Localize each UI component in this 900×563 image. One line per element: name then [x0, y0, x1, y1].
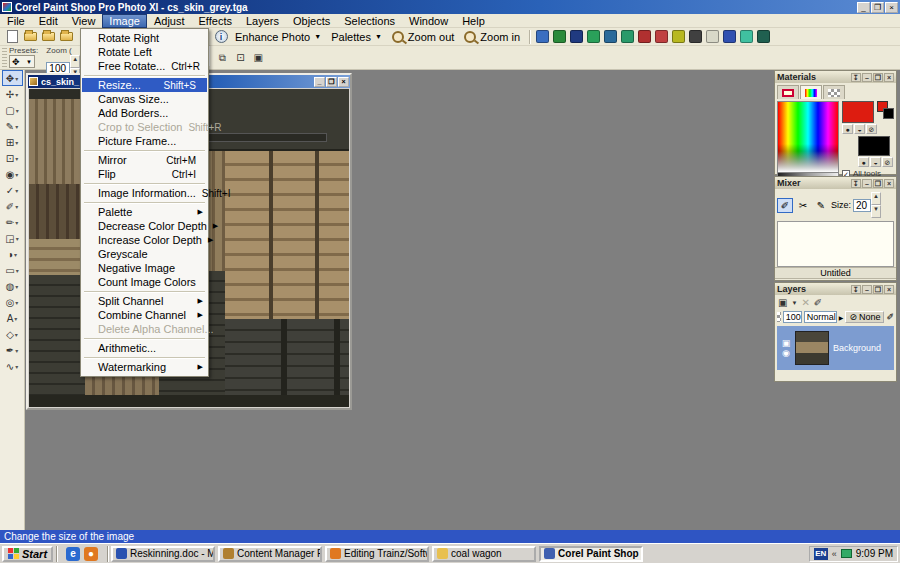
- maximize-icon[interactable]: ❐: [873, 285, 883, 294]
- background-material-swatch[interactable]: [858, 136, 890, 156]
- effect-icon[interactable]: [655, 30, 668, 43]
- zoom-up-arrow[interactable]: ▲: [70, 55, 80, 68]
- edit-selection-button[interactable]: ✐: [814, 297, 822, 308]
- pin-icon[interactable]: ↧: [851, 285, 861, 294]
- image-information-icon[interactable]: i: [213, 29, 229, 44]
- menu-item[interactable]: Combine Channel ▶: [82, 308, 207, 322]
- tool-button[interactable]: ✒ ▾: [2, 342, 23, 358]
- menu-item[interactable]: Delete Alpha Channel...: [82, 322, 207, 336]
- menu-item[interactable]: Arithmetic...: [82, 341, 207, 355]
- mixer-brush-tool[interactable]: ✎: [813, 198, 829, 213]
- effect-icon[interactable]: [553, 30, 566, 43]
- pin-icon[interactable]: ↧: [851, 179, 861, 188]
- palettes-button[interactable]: Palettes ▼: [326, 30, 387, 44]
- menu-item[interactable]: Canvas Size...: [82, 92, 207, 106]
- canvas-option-icon[interactable]: ⊡: [232, 50, 248, 65]
- menubar-item[interactable]: Image: [102, 14, 147, 28]
- close-icon[interactable]: ×: [884, 73, 894, 82]
- tool-button[interactable]: A ▾: [2, 310, 23, 326]
- mixer-canvas[interactable]: [777, 221, 894, 267]
- tool-button[interactable]: ◍ ▾: [2, 278, 23, 294]
- restore-button[interactable]: ❐: [871, 2, 884, 13]
- menu-item[interactable]: Count Image Colors: [82, 275, 207, 289]
- menubar-item[interactable]: View: [65, 14, 103, 28]
- tab-frame[interactable]: [777, 85, 799, 99]
- tool-button[interactable]: ◇ ▾: [2, 326, 23, 342]
- menubar-item[interactable]: Objects: [286, 14, 337, 28]
- effect-icon[interactable]: [740, 30, 753, 43]
- materials-panel-titlebar[interactable]: Materials ↧ – ❐ ×: [775, 71, 896, 83]
- menu-item[interactable]: Negative Image: [82, 261, 207, 275]
- fg-transparent-button[interactable]: ⊘: [866, 124, 877, 134]
- quick-launch-icon[interactable]: ●: [84, 547, 98, 561]
- network-tray-icon[interactable]: [841, 549, 852, 558]
- tool-button[interactable]: ◉ ▾: [2, 166, 23, 182]
- size-down-arrow[interactable]: ▼: [871, 205, 881, 218]
- mixer-tube-tool[interactable]: ✐: [777, 198, 793, 213]
- screen-option-icon[interactable]: ▣: [250, 50, 266, 65]
- mixer-knife-tool[interactable]: ✂: [795, 198, 811, 213]
- tool-button[interactable]: ✏ ▾: [2, 214, 23, 230]
- zoom-in-button[interactable]: Zoom in: [459, 30, 525, 44]
- menubar-item[interactable]: Adjust: [147, 14, 192, 28]
- dropdown-arrow-icon[interactable]: ▼: [791, 300, 797, 306]
- tool-button[interactable]: ◎ ▾: [2, 294, 23, 310]
- image-minimize-button[interactable]: _: [314, 77, 325, 87]
- quick-launch-icon[interactable]: e: [66, 547, 80, 561]
- bg-gradient-style-button[interactable]: ◒: [870, 157, 881, 167]
- menu-item[interactable]: Split Channel ▶: [82, 294, 207, 308]
- effect-icon[interactable]: [672, 30, 685, 43]
- task-button[interactable]: Corel Paint Shop Pro ...: [539, 546, 643, 562]
- mixer-size-input[interactable]: 20: [853, 199, 871, 212]
- menubar-item[interactable]: Help: [455, 14, 492, 28]
- menu-item[interactable]: Increase Color Depth ▶: [82, 233, 207, 247]
- tool-button[interactable]: ◲ ▾: [2, 230, 23, 246]
- menu-item[interactable]: Mirror Ctrl+M: [82, 153, 207, 167]
- layers-panel-titlebar[interactable]: Layers ↧ – ❐ ×: [775, 283, 896, 295]
- fg-gradient-style-button[interactable]: ◒: [854, 124, 865, 134]
- maximize-icon[interactable]: ❐: [873, 73, 883, 82]
- menu-item[interactable]: Picture Frame...: [82, 134, 207, 148]
- mini-background-swatch[interactable]: [883, 108, 894, 119]
- menu-item[interactable]: Palette ▶: [82, 205, 207, 219]
- menubar-item[interactable]: Window: [402, 14, 455, 28]
- maximize-icon[interactable]: ❐: [873, 179, 883, 188]
- menu-item[interactable]: Add Borders...: [82, 106, 207, 120]
- task-button[interactable]: Reskinning.doc - Microso...: [111, 546, 215, 562]
- resize-option-icon[interactable]: ⧉: [214, 50, 230, 65]
- mixer-panel-titlebar[interactable]: Mixer ↧ – ❐ ×: [775, 177, 896, 189]
- bg-color-style-button[interactable]: ●: [858, 157, 869, 167]
- tool-button[interactable]: ⊞ ▾: [2, 134, 23, 150]
- tool-button[interactable]: ▭ ▾: [2, 262, 23, 278]
- effect-icon[interactable]: [536, 30, 549, 43]
- menu-item[interactable]: Flip Ctrl+I: [82, 167, 207, 181]
- effect-icon[interactable]: [621, 30, 634, 43]
- open-file-icon[interactable]: [22, 29, 38, 44]
- menubar-item[interactable]: Selections: [337, 14, 402, 28]
- size-up-arrow[interactable]: ▲: [871, 192, 881, 205]
- menubar-item[interactable]: Layers: [239, 14, 286, 28]
- menu-item[interactable]: Greyscale: [82, 247, 207, 261]
- menu-item[interactable]: Free Rotate... Ctrl+R: [82, 59, 207, 73]
- tool-button[interactable]: ∿ ▾: [2, 358, 23, 374]
- minimize-icon[interactable]: –: [862, 179, 872, 188]
- toolbar-grip[interactable]: [2, 48, 7, 68]
- browse-icon[interactable]: [40, 29, 56, 44]
- tray-chevron-icon[interactable]: «: [832, 549, 837, 559]
- effect-icon[interactable]: [723, 30, 736, 43]
- link-set-button[interactable]: ⊘ None: [845, 311, 884, 323]
- tool-button[interactable]: ✢ ▾: [2, 86, 23, 102]
- language-indicator[interactable]: EN: [814, 548, 828, 560]
- menubar-item[interactable]: Effects: [192, 14, 239, 28]
- new-layer-button[interactable]: ▣: [778, 297, 787, 308]
- task-button[interactable]: Editing Trainz/Software ...: [325, 546, 429, 562]
- minimize-button[interactable]: _: [857, 2, 870, 13]
- dropdown-arrow-icon[interactable]: ▶: [839, 314, 844, 321]
- layer-opacity-input[interactable]: 100: [783, 311, 802, 323]
- menu-item[interactable]: Resize... Shift+S: [82, 78, 207, 92]
- menu-item[interactable]: Decrease Color Depth ▶: [82, 219, 207, 233]
- effect-icon[interactable]: [706, 30, 719, 43]
- enhance-photo-button[interactable]: Enhance Photo ▼: [230, 30, 326, 44]
- pin-icon[interactable]: ↧: [851, 73, 861, 82]
- color-picker[interactable]: [777, 101, 839, 173]
